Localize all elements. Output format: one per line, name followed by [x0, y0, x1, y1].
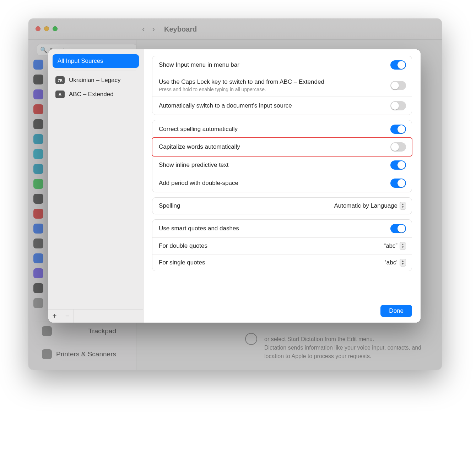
row-subtitle: Press and hold to enable typing in all u… [159, 87, 385, 92]
row-title: For single quotes [159, 259, 379, 266]
toggle-switch[interactable] [390, 81, 406, 90]
page-title: Keyboard [164, 25, 197, 33]
nav-back-icon[interactable]: ‹ [142, 24, 145, 34]
chevron-updown-icon: ▲▼ [400, 259, 406, 267]
input-source-ukrainian[interactable]: УК Ukrainian – Legacy [48, 73, 143, 87]
select-control[interactable]: ‘abc’▲▼ [385, 259, 406, 267]
toggle-switch[interactable] [390, 160, 406, 170]
zoom-window-icon[interactable] [53, 26, 58, 31]
toggle-switch[interactable] [390, 101, 406, 110]
minimize-window-icon[interactable] [44, 26, 49, 31]
select-control[interactable]: “abc”▲▼ [384, 242, 406, 250]
input-sources-sidebar: All Input Sources УК Ukrainian – Legacy … [48, 49, 144, 323]
row-title: Add period with double-space [159, 180, 385, 187]
settings-group: Use smart quotes and dashesFor double qu… [152, 219, 412, 271]
toggle-switch[interactable] [390, 224, 406, 233]
chevron-updown-icon: ▲▼ [400, 242, 406, 250]
row-title: Use the Caps Lock key to switch to and f… [159, 78, 385, 86]
toggle-switch[interactable] [390, 60, 406, 70]
input-source-abc-extended[interactable]: A ABC – Extended [48, 87, 143, 102]
input-sources-header[interactable]: All Input Sources [53, 54, 139, 68]
traffic-lights [36, 26, 58, 31]
select-value: Automatic by Language [334, 202, 397, 209]
microphone-icon [245, 333, 257, 345]
settings-row: Capitalize words automatically [152, 137, 412, 157]
toggle-switch[interactable] [390, 142, 406, 152]
done-button[interactable]: Done [380, 305, 412, 317]
settings-row: Use smart quotes and dashes [152, 220, 412, 237]
row-title: Correct spelling automatically [159, 126, 385, 133]
settings-group: Correct spelling automaticallyCapitalize… [152, 120, 412, 192]
row-title: Show inline predictive text [159, 161, 385, 169]
sidebar-icons [33, 60, 44, 308]
select-value: ‘abc’ [385, 259, 397, 266]
dictation-info: or select Start Dictation from the Edit … [264, 335, 431, 361]
row-title: Show Input menu in menu bar [159, 61, 385, 68]
row-title: Spelling [159, 202, 328, 209]
settings-row: Show inline predictive text [152, 156, 412, 174]
input-sources-settings: Show Input menu in menu barUse the Caps … [144, 49, 421, 323]
settings-row: Automatically switch to a document's inp… [152, 97, 412, 115]
window-titlebar: ‹ › Keyboard [28, 18, 442, 40]
settings-row: Show Input menu in menu bar [152, 56, 412, 74]
settings-row: For double quotes“abc”▲▼ [152, 237, 412, 254]
sidebar-item-trackpad[interactable]: Trackpad [36, 322, 122, 340]
sources-footer: + − [48, 309, 143, 323]
row-title: Use smart quotes and dashes [159, 225, 385, 232]
chevron-updown-icon: ▲▼ [400, 202, 406, 210]
select-control[interactable]: Automatic by Language▲▼ [334, 202, 406, 210]
close-window-icon[interactable] [36, 26, 40, 31]
toggle-switch[interactable] [390, 125, 406, 134]
flag-icon: УК [55, 76, 65, 84]
nav-controls: ‹ › Keyboard [142, 24, 197, 34]
row-title: Automatically switch to a document's inp… [159, 102, 385, 109]
select-value: “abc” [384, 242, 397, 250]
add-source-button[interactable]: + [48, 309, 61, 323]
settings-row: For single quotes‘abc’▲▼ [152, 254, 412, 271]
row-title: For double quotes [159, 242, 378, 250]
search-icon: 🔍 [40, 46, 47, 53]
input-sources-sheet: All Input Sources УК Ukrainian – Legacy … [48, 49, 421, 323]
settings-group: Show Input menu in menu barUse the Caps … [152, 56, 412, 115]
settings-row: Add period with double-space [152, 174, 412, 192]
flag-icon: A [55, 91, 65, 98]
sheet-footer: Done [152, 301, 412, 317]
toggle-switch[interactable] [390, 179, 406, 188]
settings-row: Use the Caps Lock key to switch to and f… [152, 74, 412, 97]
input-source-label: ABC – Extended [69, 91, 114, 98]
nav-forward-icon[interactable]: › [152, 24, 155, 34]
settings-group: SpellingAutomatic by Language▲▼ [152, 197, 412, 214]
sidebar-bottom: Trackpad Printers & Scanners [36, 322, 122, 363]
row-title: Capitalize words automatically [159, 143, 385, 150]
sidebar-item-printers[interactable]: Printers & Scanners [36, 345, 122, 363]
settings-row: SpellingAutomatic by Language▲▼ [152, 198, 412, 214]
settings-row: Correct spelling automatically [152, 120, 412, 138]
remove-source-button[interactable]: − [61, 309, 74, 323]
input-source-label: Ukrainian – Legacy [69, 77, 121, 84]
